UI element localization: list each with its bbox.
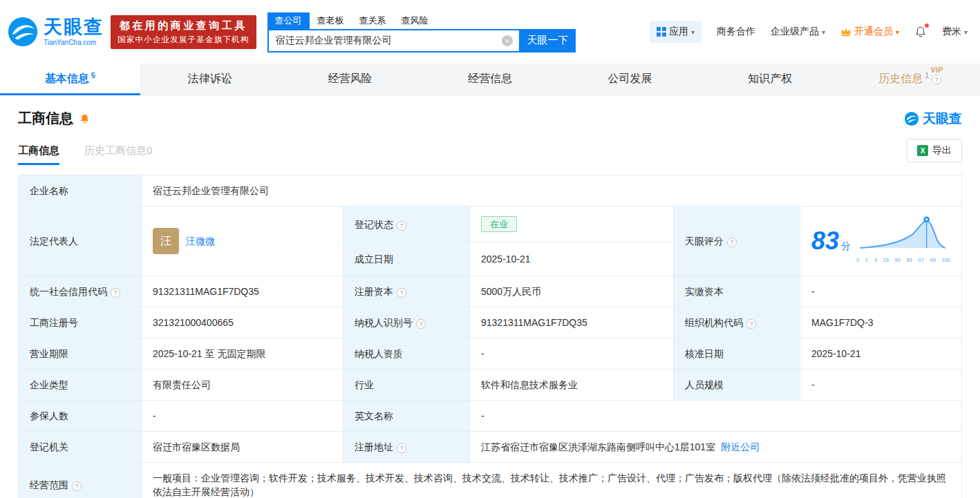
table-row: 法定代表人 汪 汪微微 登记状态? 在业 天眼评分? <box>19 207 962 242</box>
field-value: 2025-10-21 至 无固定期限 <box>153 348 265 359</box>
chevron-down-icon: ▾ <box>896 28 899 36</box>
table-row: 企业名称 宿迁云邦企业管理有限公司 <box>19 175 962 207</box>
search-tab-boss[interactable]: 查老板 <box>310 12 352 29</box>
vip-upgrade-menu[interactable]: 开通会员 ▾ <box>840 26 899 38</box>
tianyancha-logo[interactable]: 天眼查 TianYanCha.com <box>7 16 104 48</box>
vip-badge: VIP <box>931 66 943 74</box>
subtab-business-registration[interactable]: 工商信息 <box>18 144 59 165</box>
subtabs-row: 工商信息 历史工商信息0 X 导出 <box>18 139 962 165</box>
user-menu[interactable]: 费米 ▾ <box>942 26 968 38</box>
field-label: 天眼评分 <box>685 236 724 247</box>
tab-label: 历史信息 <box>878 72 923 86</box>
field-value: 321321000400665 <box>153 317 234 328</box>
table-row: 营业期限 2025-10-21 至 无固定期限 纳税人资质 - 核准日期 202… <box>19 338 962 370</box>
field-value: MAG1F7DQ-3 <box>811 317 873 328</box>
field-label: 企业名称 <box>30 185 68 196</box>
logo-subtitle: TianYanCha.com <box>44 39 104 46</box>
tab-business-info[interactable]: 经营信息 <box>420 64 560 95</box>
help-icon[interactable]: ? <box>746 319 756 329</box>
apps-menu[interactable]: 应用 ▾ <box>650 21 701 43</box>
tianyancha-watermark: 天眼查 <box>904 110 962 128</box>
enterprise-label: 企业级产品 <box>771 26 819 38</box>
field-label: 核准日期 <box>685 348 724 359</box>
field-label: 企业类型 <box>30 379 68 390</box>
field-label: 工商注册号 <box>30 317 78 328</box>
field-label: 营业期限 <box>30 348 68 359</box>
help-icon[interactable]: ? <box>72 481 82 491</box>
help-icon[interactable]: ? <box>397 288 406 298</box>
tab-basic-info[interactable]: 基本信息 5 <box>0 64 140 95</box>
enterprise-menu[interactable]: 企业级产品 ▾ <box>771 26 825 38</box>
field-value: 91321311MAG1F7DQ35 <box>153 286 259 297</box>
table-row: 工商注册号 321321000400665 纳税人识别号? 91321311MA… <box>19 307 962 338</box>
clear-icon[interactable]: × <box>502 35 513 46</box>
field-value: 2025-10-21 <box>481 253 531 265</box>
tab-count: 1 <box>925 71 929 79</box>
tab-label: 基本信息 <box>45 72 89 86</box>
field-label: 英文名称 <box>355 410 393 421</box>
tab-company-development[interactable]: 公司发展 <box>560 64 700 95</box>
user-name: 费米 <box>942 26 961 38</box>
legal-rep-link[interactable]: 汪微微 <box>186 234 215 248</box>
score-axis: 0131550859799100 <box>856 253 950 267</box>
tab-count: 5 <box>91 71 95 79</box>
field-value: 软件和信息技术服务业 <box>481 379 578 390</box>
help-icon[interactable]: ? <box>397 221 406 231</box>
score-curve-chart: 0131550859799100 <box>856 215 950 267</box>
legal-rep-avatar[interactable]: 汪 <box>153 228 179 254</box>
nearby-companies-link[interactable]: 附近公司 <box>721 441 760 452</box>
field-label: 行业 <box>355 379 374 390</box>
help-icon[interactable]: ? <box>727 238 737 247</box>
table-row: 参保人数 - 英文名称 - <box>19 401 962 432</box>
field-value: - <box>811 286 815 297</box>
search-button[interactable]: 天眼一下 <box>520 29 576 52</box>
tab-label: 经营风险 <box>328 72 372 86</box>
field-label: 纳税人识别号 <box>355 317 413 328</box>
apps-menu-label: 应用 <box>669 26 688 38</box>
tab-intellectual-property[interactable]: 知识产权 <box>700 64 840 95</box>
help-icon[interactable]: ? <box>111 288 120 298</box>
tianyancha-watermark-icon <box>904 111 919 126</box>
score-value: 83 <box>811 229 839 253</box>
subtab-history-registration[interactable]: 历史工商信息0 <box>84 144 152 165</box>
help-icon[interactable]: ? <box>397 443 406 453</box>
field-label: 法定代表人 <box>30 236 78 247</box>
chevron-down-icon: ▾ <box>691 28 695 36</box>
field-value: - <box>481 348 484 359</box>
tab-legal-proceedings[interactable]: 法律诉讼 <box>140 64 281 95</box>
field-label: 注册资本 <box>355 286 393 297</box>
field-value: 宿迁市宿豫区数据局 <box>153 441 240 452</box>
search-input[interactable] <box>269 30 519 51</box>
search-tab-relation[interactable]: 查关系 <box>352 12 394 29</box>
field-value: 5000万人民币 <box>481 286 541 297</box>
cooperation-link[interactable]: 商务合作 <box>717 26 755 38</box>
search-box: × <box>267 29 520 52</box>
monitor-bell-icon[interactable] <box>79 113 91 125</box>
export-button[interactable]: X 导出 <box>907 139 962 162</box>
field-label: 注册地址 <box>355 441 393 452</box>
help-icon[interactable]: ? <box>932 75 941 84</box>
tab-operating-risk[interactable]: 经营风险 <box>280 64 420 95</box>
field-value: 2025-10-21 <box>811 348 861 359</box>
help-icon[interactable]: ? <box>416 319 426 329</box>
field-value: 91321311MAG1F7DQ35 <box>481 317 587 328</box>
chevron-down-icon: ▾ <box>964 28 968 36</box>
field-label: 经营范围 <box>30 479 68 490</box>
field-label: 成立日期 <box>355 253 393 265</box>
search-tab-company[interactable]: 查公司 <box>267 12 310 29</box>
field-label: 统一社会信用代码 <box>30 286 107 297</box>
field-value: - <box>153 410 156 421</box>
table-row: 登记机关 宿迁市宿豫区数据局 注册地址? 江苏省宿迁市宿豫区洪泽湖东路南侧呼叫中… <box>19 432 962 463</box>
promo-line1: 都在用的商业查询工具 <box>117 19 249 32</box>
promo-line2: 国家中小企业发展子基金旗下机构 <box>117 35 249 45</box>
main-content: 工商信息 天眼查 工商信息 历史工商信息0 X 导出 <box>0 109 980 498</box>
logo-title: 天眼查 <box>44 18 104 37</box>
field-label: 人员规模 <box>685 379 724 390</box>
notification-bell[interactable] <box>914 25 927 39</box>
page-title: 工商信息 <box>18 109 73 128</box>
tab-history-info[interactable]: VIP 历史信息 1 ? <box>840 64 980 95</box>
search-tab-risk[interactable]: 查风险 <box>394 12 436 29</box>
business-scope-value: 一般项目：企业管理咨询；软件开发；技术服务、技术开发、技术咨询、技术交流、技术转… <box>153 472 946 497</box>
field-value: - <box>481 410 484 421</box>
tab-label: 知识产权 <box>748 72 792 86</box>
